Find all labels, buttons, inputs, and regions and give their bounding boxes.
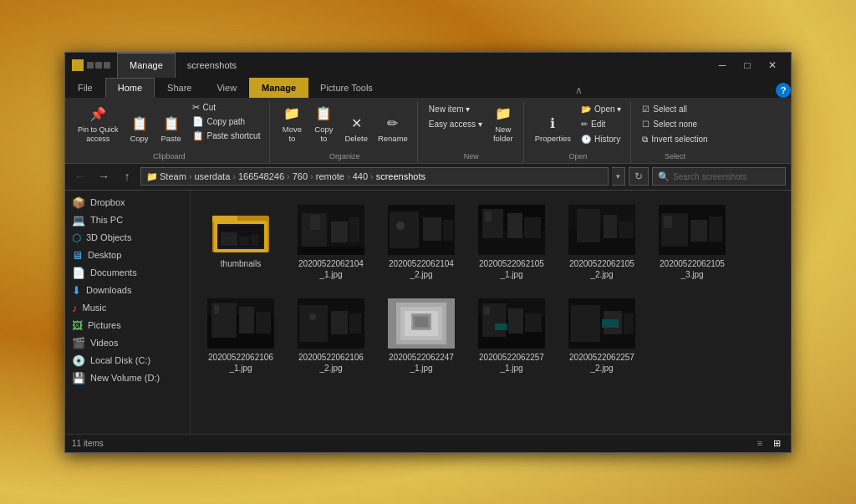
tab-manage[interactable]: Manage <box>249 78 308 98</box>
move-to-label: Move to <box>283 125 302 144</box>
sidebar-item-desktop[interactable]: 🖥 Desktop <box>65 247 190 264</box>
title-dot-3 <box>104 62 110 69</box>
refresh-button[interactable]: ↻ <box>629 167 649 186</box>
cut-button[interactable]: ✂ Cut <box>188 101 265 115</box>
sidebar-item-local-disk-c[interactable]: 💿 Local Disk (C:) <box>65 352 190 369</box>
sidebar-item-new-volume-d[interactable]: 💾 New Volume (D:) <box>65 369 190 387</box>
file-item-8[interactable]: 20200522062247 _1.jpg <box>380 293 463 379</box>
file-item-4[interactable]: 20200522062105 _2.jpg <box>560 199 644 286</box>
forward-button[interactable]: → <box>94 166 114 186</box>
file-item-thumbnails[interactable]: thumbnails <box>199 199 283 286</box>
status-bar: 11 items ≡ ⊞ <box>65 434 791 452</box>
select-group-label: Select <box>638 150 711 161</box>
view-icons: ≡ ⊞ <box>752 435 784 451</box>
history-label: History <box>594 135 620 144</box>
file-item-2[interactable]: 20200522062104 _2.jpg <box>380 199 463 286</box>
collapse-ribbon-button[interactable]: ∧ <box>571 83 586 98</box>
svg-rect-57 <box>525 313 542 332</box>
sidebar-item-this-pc[interactable]: 💻 This PC <box>65 211 190 229</box>
image-svg-3 <box>478 205 545 255</box>
sidebar-item-dropbox[interactable]: 📦 Dropbox <box>65 194 190 211</box>
dropbox-icon: 📦 <box>72 196 85 209</box>
back-button[interactable]: ← <box>70 166 90 186</box>
path-remote: remote <box>316 171 344 181</box>
tab-home[interactable]: Home <box>105 78 155 98</box>
search-placeholder: Search screenshots <box>673 172 746 181</box>
rename-label: Rename <box>378 134 408 143</box>
sidebar-item-music[interactable]: ♪ Music <box>65 299 190 317</box>
tab-file[interactable]: File <box>65 78 105 98</box>
file-item-9[interactable]: 20200522062257 _1.jpg <box>470 293 553 379</box>
edit-button[interactable]: ✏ Edit <box>577 118 625 131</box>
sidebar-item-3d-objects[interactable]: ⬡ 3D Objects <box>65 229 190 247</box>
details-view-button[interactable]: ≡ <box>752 435 767 451</box>
path-sep-1: › <box>189 171 192 181</box>
svg-rect-38 <box>239 307 254 333</box>
svg-rect-39 <box>256 312 271 333</box>
sidebar-item-music-label: Music <box>83 303 107 313</box>
address-path[interactable]: 📁 Steam › userdata › 166548246 › 760 › r… <box>140 167 609 186</box>
tab-share[interactable]: Share <box>155 78 204 98</box>
sidebar-item-downloads[interactable]: ⬇ Downloads <box>65 282 190 299</box>
svg-rect-17 <box>443 220 453 241</box>
paste-shortcut-button[interactable]: 📋 Paste shortcut <box>188 130 265 143</box>
help-button[interactable]: ? <box>776 83 791 98</box>
file-item-5[interactable]: 20200522062105 _3.jpg <box>650 199 734 286</box>
svg-rect-24 <box>485 211 492 221</box>
manage-tab[interactable]: Manage <box>117 53 176 78</box>
up-button[interactable]: ↑ <box>117 166 137 186</box>
file-item-6[interactable]: 20200522062106 _1.jpg <box>199 293 283 379</box>
image-thumb-10 <box>568 298 635 349</box>
copy-to-button[interactable]: 📋 Copy to <box>308 101 339 146</box>
svg-rect-32 <box>690 220 707 242</box>
image-svg-10 <box>568 298 635 349</box>
svg-rect-16 <box>423 217 441 241</box>
tab-view[interactable]: View <box>204 78 249 98</box>
new-item-button[interactable]: New item ▾ <box>425 103 487 116</box>
cut-label: Cut <box>203 103 217 112</box>
easy-access-button[interactable]: Easy access ▾ <box>425 118 487 131</box>
rename-button[interactable]: ✏ Rename <box>374 101 412 146</box>
new-folder-button[interactable]: 📁 New folder <box>488 101 518 146</box>
this-pc-icon: 💻 <box>72 214 85 227</box>
image-svg-9 <box>478 298 545 349</box>
sidebar-item-videos[interactable]: 🎬 Videos <box>65 334 190 352</box>
minimize-button[interactable]: ─ <box>711 57 734 74</box>
address-dropdown-button[interactable]: ▾ <box>612 167 625 186</box>
select-all-button[interactable]: ☑ Select all <box>638 103 711 116</box>
file-item-1[interactable]: 20200522062104 _1.jpg <box>289 199 373 286</box>
close-button[interactable]: ✕ <box>761 57 784 74</box>
title-dot-1 <box>87 62 94 69</box>
file-name-4: 20200522062105 _2.jpg <box>569 258 634 280</box>
svg-rect-13 <box>310 215 320 230</box>
paste-button[interactable]: 📋 Paste <box>156 101 186 146</box>
large-icons-view-button[interactable]: ⊞ <box>769 435 784 451</box>
file-item-10[interactable]: 20200522062257 _2.jpg <box>560 293 644 379</box>
properties-button[interactable]: ℹ Properties <box>531 101 575 146</box>
image-thumb-8 <box>388 298 455 349</box>
sidebar-item-documents[interactable]: 📄 Documents <box>65 264 190 282</box>
file-item-7[interactable]: 20200522062106 _2.jpg <box>289 293 373 379</box>
pin-quick-access-button[interactable]: 📌 Pin to Quick access <box>74 101 123 146</box>
delete-button[interactable]: ✕ Delete <box>340 101 371 146</box>
move-to-button[interactable]: 📁 Move to <box>277 101 307 146</box>
documents-icon: 📄 <box>72 267 85 279</box>
screenshots-tab[interactable]: screenshots <box>176 53 248 78</box>
file-item-3[interactable]: 20200522062105 _1.jpg <box>470 199 553 286</box>
maximize-button[interactable]: □ <box>736 57 759 74</box>
image-svg-5 <box>659 205 726 255</box>
file-name-7: 20200522062106 _2.jpg <box>298 352 364 374</box>
select-none-button[interactable]: ☐ Select none <box>638 118 711 131</box>
copy-button[interactable]: 📋 Copy <box>125 101 155 146</box>
svg-rect-27 <box>577 209 600 242</box>
svg-rect-44 <box>349 313 361 333</box>
copy-path-button[interactable]: 📄 Copy path <box>188 115 265 129</box>
tab-picture-tools[interactable]: Picture Tools <box>308 78 385 98</box>
sidebar-item-pictures[interactable]: 🖼 Pictures <box>65 317 190 334</box>
open-button[interactable]: 📂 Open ▾ <box>577 103 625 116</box>
file-name-5: 20200522062105 _3.jpg <box>660 258 725 280</box>
svg-rect-52 <box>415 317 428 327</box>
invert-selection-button[interactable]: ⧉ Invert selection <box>638 133 711 146</box>
search-box[interactable]: 🔍 Search screenshots <box>652 167 786 186</box>
history-button[interactable]: 🕐 History <box>577 133 625 146</box>
